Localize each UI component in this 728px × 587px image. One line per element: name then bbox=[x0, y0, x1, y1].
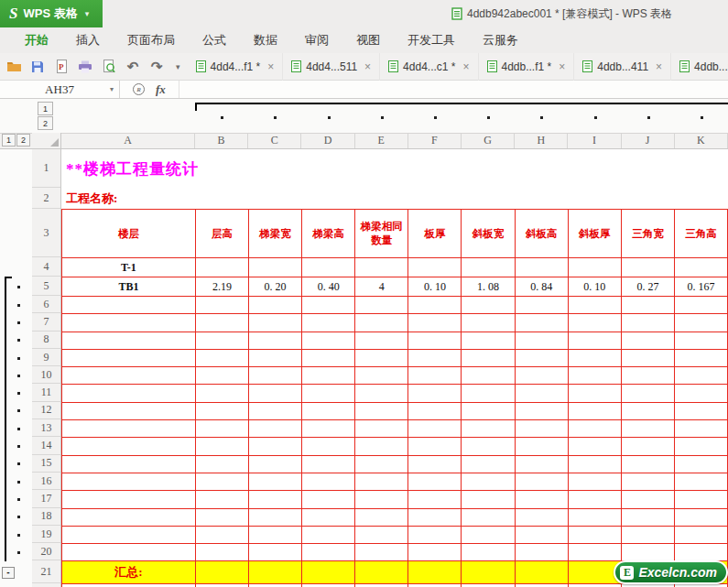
export-pdf-button[interactable]: P bbox=[51, 57, 71, 77]
cell[interactable] bbox=[516, 438, 569, 455]
cell[interactable] bbox=[196, 367, 249, 385]
row-outline-level-1-button[interactable]: 1 bbox=[2, 134, 16, 147]
cell[interactable] bbox=[462, 509, 515, 527]
cell[interactable] bbox=[675, 258, 728, 277]
cell[interactable] bbox=[675, 367, 728, 385]
cell[interactable] bbox=[408, 561, 462, 584]
cell[interactable] bbox=[569, 491, 622, 508]
column-header-B[interactable]: B bbox=[195, 133, 248, 148]
header-cell-triangle-width[interactable]: 三角宽 bbox=[622, 210, 675, 258]
column-header-F[interactable]: F bbox=[408, 133, 462, 148]
cell[interactable] bbox=[462, 456, 515, 473]
cell[interactable] bbox=[249, 385, 302, 402]
cell[interactable] bbox=[249, 420, 302, 438]
cell-a1-title[interactable]: **楼梯工程量统计 bbox=[61, 149, 195, 188]
cell[interactable] bbox=[355, 258, 408, 277]
row-header-3[interactable]: 3 bbox=[32, 209, 60, 257]
cell[interactable] bbox=[408, 385, 462, 402]
cell[interactable] bbox=[675, 350, 728, 367]
cell[interactable] bbox=[462, 438, 515, 455]
menu-tab-page-layout[interactable]: 页面布局 bbox=[114, 27, 189, 53]
cell[interactable] bbox=[516, 527, 569, 544]
column-header-G[interactable]: G bbox=[462, 133, 515, 148]
cell[interactable] bbox=[675, 527, 728, 544]
cell-i5[interactable]: 0. 10 bbox=[569, 277, 622, 297]
close-icon[interactable]: × bbox=[362, 60, 371, 73]
cell[interactable] bbox=[355, 473, 408, 491]
menu-tab-data[interactable]: 数据 bbox=[240, 27, 291, 53]
cell[interactable] bbox=[62, 367, 196, 385]
cell[interactable] bbox=[675, 385, 728, 402]
cell[interactable] bbox=[196, 527, 249, 544]
row-header-12[interactable]: 12 bbox=[32, 402, 60, 419]
cell[interactable] bbox=[569, 473, 622, 491]
row-header-15[interactable]: 15 bbox=[32, 455, 60, 473]
cell[interactable] bbox=[249, 491, 302, 508]
cell[interactable] bbox=[302, 314, 355, 332]
cell-g5[interactable]: 1. 08 bbox=[462, 277, 515, 297]
row-header-19[interactable]: 19 bbox=[32, 526, 60, 543]
cell[interactable] bbox=[516, 258, 569, 277]
cell[interactable] bbox=[462, 561, 515, 584]
row-header-14[interactable]: 14 bbox=[32, 437, 60, 454]
cell[interactable] bbox=[302, 509, 355, 527]
doc-tab-5[interactable]: 4ddb...411 × bbox=[574, 53, 671, 81]
cell[interactable] bbox=[408, 544, 462, 561]
cell[interactable] bbox=[62, 332, 196, 350]
insert-function-button[interactable]: fx bbox=[156, 82, 166, 97]
cell[interactable] bbox=[462, 491, 515, 508]
cell[interactable] bbox=[622, 491, 675, 508]
cell[interactable] bbox=[302, 350, 355, 367]
cell[interactable] bbox=[675, 420, 728, 438]
row-header-16[interactable]: 16 bbox=[32, 473, 60, 490]
header-cell-floor[interactable]: 楼层 bbox=[62, 210, 196, 258]
cell[interactable] bbox=[462, 385, 515, 402]
cell[interactable] bbox=[302, 527, 355, 544]
cell[interactable] bbox=[355, 367, 408, 385]
cell[interactable] bbox=[516, 403, 569, 420]
cell[interactable] bbox=[675, 403, 728, 420]
cell[interactable] bbox=[462, 403, 515, 420]
open-file-button[interactable] bbox=[4, 57, 24, 77]
cell[interactable] bbox=[302, 456, 355, 473]
cell[interactable] bbox=[622, 385, 675, 402]
cell-d5[interactable]: 0. 40 bbox=[302, 277, 355, 297]
cell[interactable] bbox=[62, 403, 196, 420]
cell[interactable] bbox=[622, 297, 675, 314]
cell[interactable] bbox=[62, 297, 196, 314]
cell[interactable] bbox=[462, 350, 515, 367]
close-icon[interactable]: × bbox=[265, 60, 274, 73]
cell[interactable] bbox=[249, 456, 302, 473]
cell[interactable] bbox=[408, 527, 462, 544]
cell[interactable] bbox=[62, 314, 196, 332]
cell[interactable] bbox=[62, 527, 196, 544]
doc-tab-6[interactable]: 4ddb...5f bbox=[671, 53, 728, 81]
cell-b5[interactable]: 2.19 bbox=[196, 277, 249, 297]
cell[interactable] bbox=[249, 438, 302, 455]
select-all-corner[interactable] bbox=[32, 133, 61, 148]
cell[interactable] bbox=[408, 350, 462, 367]
collapse-group-button[interactable]: - bbox=[2, 567, 15, 579]
cell[interactable] bbox=[675, 473, 728, 491]
header-cell-incline-height[interactable]: 斜板高 bbox=[516, 210, 569, 258]
cell[interactable] bbox=[516, 456, 569, 473]
cell[interactable] bbox=[622, 332, 675, 350]
cell[interactable] bbox=[569, 258, 622, 277]
cell[interactable] bbox=[569, 403, 622, 420]
header-cell-triangle-height[interactable]: 三角高 bbox=[675, 210, 728, 258]
cell[interactable] bbox=[462, 297, 515, 314]
cell[interactable] bbox=[516, 473, 569, 491]
cell[interactable] bbox=[196, 456, 249, 473]
cell[interactable] bbox=[355, 350, 408, 367]
column-header-I[interactable]: I bbox=[568, 133, 621, 148]
header-cell-incline-width[interactable]: 斜板宽 bbox=[462, 210, 515, 258]
chevron-down-icon[interactable]: ▾ bbox=[110, 85, 114, 93]
cell[interactable] bbox=[302, 385, 355, 402]
cell[interactable] bbox=[408, 491, 462, 508]
column-outline-level-2-button[interactable]: 2 bbox=[38, 116, 53, 130]
cell[interactable] bbox=[302, 297, 355, 314]
cell[interactable] bbox=[62, 491, 196, 508]
cell[interactable] bbox=[408, 367, 462, 385]
cell[interactable] bbox=[355, 509, 408, 527]
cell[interactable] bbox=[516, 509, 569, 527]
